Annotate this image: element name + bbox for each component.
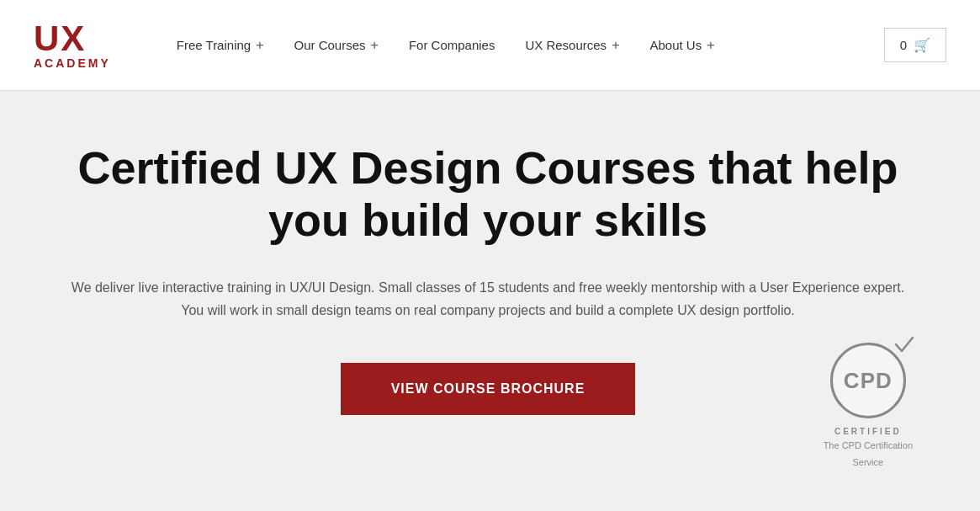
hero-section: Certified UX Design Courses that help yo… xyxy=(0,91,980,511)
nav-plus-free-training: + xyxy=(256,38,263,53)
cpd-certified-label: CERTIFIED xyxy=(834,427,902,436)
nav-label-free-training: Free Training xyxy=(177,38,251,52)
nav-label-for-companies: For Companies xyxy=(409,38,495,52)
cpd-checkmark-icon xyxy=(891,331,918,358)
cpd-badge: CPD CERTIFIED The CPD Certification Serv… xyxy=(824,343,913,469)
nav-label-ux-resources: UX Resources xyxy=(525,38,607,52)
logo-academy: ACADEMY xyxy=(34,56,111,70)
cart-icon: 🛒 xyxy=(914,37,930,53)
cart-count: 0 xyxy=(900,38,907,52)
logo-link[interactable]: UX ACADEMY xyxy=(34,21,111,70)
cpd-subtitle-line2: Service xyxy=(852,456,883,469)
nav-label-about-us: About Us xyxy=(649,38,702,52)
cta-button[interactable]: VIEW COURSE BROCHURE xyxy=(341,363,636,415)
nav-label-our-courses: Our Courses xyxy=(294,38,366,52)
hero-cta-container: VIEW COURSE BROCHURE xyxy=(67,363,908,415)
nav-item-ux-resources[interactable]: UX Resources + xyxy=(510,0,634,91)
hero-content: Certified UX Design Courses that help yo… xyxy=(67,141,908,415)
cpd-badge-inner: CPD CERTIFIED The CPD Certification Serv… xyxy=(824,343,913,469)
nav-plus-ux-resources: + xyxy=(612,38,619,53)
cpd-text: CPD xyxy=(844,370,893,391)
logo-ux: UX xyxy=(34,21,86,56)
nav-plus-our-courses: + xyxy=(371,38,379,53)
hero-title: Certified UX Design Courses that help yo… xyxy=(67,141,908,246)
nav-item-for-companies[interactable]: For Companies xyxy=(394,0,511,91)
cpd-subtitle-line1: The CPD Certification xyxy=(824,439,913,452)
nav-item-our-courses[interactable]: Our Courses + xyxy=(279,0,394,91)
nav-item-free-training[interactable]: Free Training + xyxy=(162,0,279,91)
cart-button[interactable]: 0 🛒 xyxy=(884,28,946,62)
nav-item-about-us[interactable]: About Us + xyxy=(634,0,729,91)
main-nav: Free Training + Our Courses + For Compan… xyxy=(162,0,884,91)
hero-description: We deliver live interactive training in … xyxy=(67,276,908,322)
header: UX ACADEMY Free Training + Our Courses +… xyxy=(0,0,980,91)
nav-plus-about-us: + xyxy=(707,38,714,53)
